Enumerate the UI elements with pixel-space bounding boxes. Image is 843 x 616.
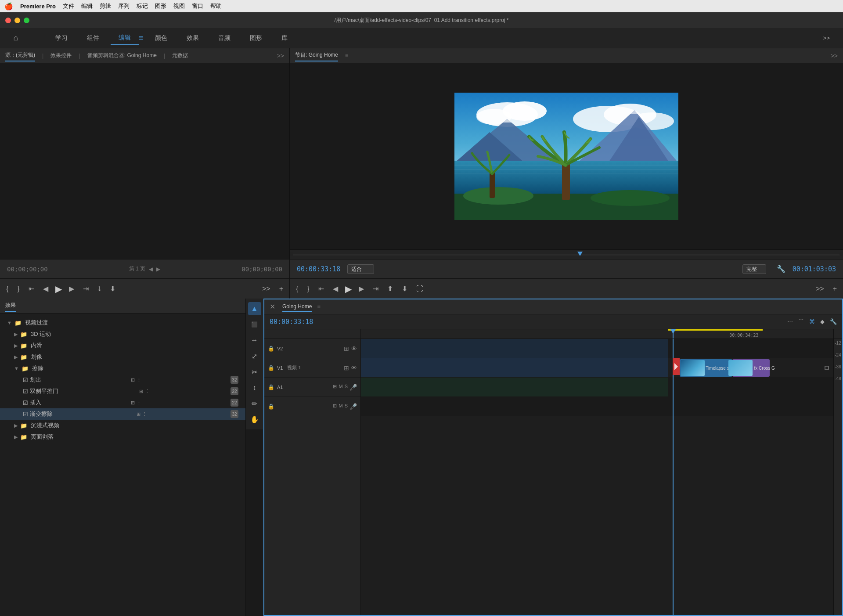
rate-stretch-tool[interactable]: ⤢ bbox=[248, 349, 261, 363]
prog-extract[interactable]: ⬇ bbox=[400, 283, 409, 295]
tree-item-wipe[interactable]: ▼ 📁 擦除 bbox=[0, 363, 245, 374]
slip-tool[interactable]: ↕ bbox=[248, 381, 261, 394]
menu-edit[interactable]: 编辑 bbox=[81, 2, 93, 10]
tree-item-iris[interactable]: ▶ 📁 划像 bbox=[0, 351, 245, 363]
tree-item-wipe-out[interactable]: ☑ 划出 ⊞ ⋮ 32 bbox=[0, 374, 245, 385]
nav-effects[interactable]: 效果 bbox=[179, 32, 207, 45]
a2-mic-icon[interactable]: 🎤 bbox=[349, 403, 357, 410]
prog-add[interactable]: + bbox=[831, 283, 839, 295]
fit-select[interactable]: 适合 25% 50% 100% bbox=[347, 264, 374, 274]
panel-more-icon[interactable]: >> bbox=[277, 52, 284, 59]
source-mark-in[interactable]: { bbox=[4, 283, 10, 295]
menu-file[interactable]: 文件 bbox=[63, 2, 74, 10]
menu-window[interactable]: 窗口 bbox=[192, 2, 203, 10]
nav-graphics[interactable]: 图形 bbox=[242, 32, 270, 45]
effect-checkbox[interactable]: ☑ bbox=[23, 411, 30, 418]
prog-fullscreen[interactable]: ⛶ bbox=[414, 283, 425, 295]
menu-marker[interactable]: 标记 bbox=[137, 2, 148, 10]
menu-sequence[interactable]: 序列 bbox=[118, 2, 130, 10]
source-step-fwd[interactable]: ▶ bbox=[67, 283, 76, 295]
timeline-close-button[interactable]: ✕ bbox=[270, 303, 275, 311]
tab-going-home[interactable]: Going Home bbox=[282, 302, 312, 312]
menu-graphics[interactable]: 图形 bbox=[155, 2, 166, 10]
tree-item-video-transitions[interactable]: ▼ 📁 视频过渡 bbox=[0, 317, 245, 328]
program-panel-more[interactable]: >> bbox=[831, 52, 838, 59]
effect-checkbox[interactable]: ☑ bbox=[23, 400, 30, 406]
source-play-button[interactable]: ▶ bbox=[55, 284, 62, 294]
tab-source[interactable]: 源：(无剪辑) bbox=[5, 50, 35, 61]
a1-s-icon[interactable]: S bbox=[345, 384, 348, 391]
tree-item-push-door[interactable]: ☑ 双侧平推门 ⊞ ⋮ 22 bbox=[0, 385, 245, 397]
tab-audio-mixer[interactable]: 音频剪辑混合器: Going Home bbox=[87, 50, 157, 61]
clip-cross-dissolve[interactable]: fx Cross G bbox=[732, 359, 770, 377]
tab-effect-controls[interactable]: 效果控件 bbox=[50, 50, 72, 61]
menu-help[interactable]: 帮助 bbox=[210, 2, 222, 10]
nav-learn[interactable]: 学习 bbox=[47, 32, 76, 45]
source-insert[interactable]: ⤵ bbox=[96, 283, 103, 295]
pen-tool[interactable]: ✏ bbox=[248, 397, 261, 410]
source-mark-out[interactable]: } bbox=[15, 283, 21, 295]
source-goto-in[interactable]: ⇤ bbox=[27, 283, 36, 295]
tab-video-effects[interactable]: 效果 bbox=[5, 300, 16, 312]
timeline-magnet-icon[interactable]: ⌒ bbox=[798, 318, 804, 326]
hand-tool[interactable]: ✋ bbox=[248, 413, 261, 426]
timeline-snap-icon[interactable]: ⋯ bbox=[787, 318, 793, 325]
source-overwrite[interactable]: ⬇ bbox=[108, 283, 117, 295]
home-button[interactable]: ⌂ bbox=[9, 31, 23, 45]
a1-m-icon[interactable]: M bbox=[339, 384, 342, 391]
wrench-icon[interactable]: 🔧 bbox=[777, 265, 785, 273]
tree-item-slide[interactable]: ▶ 📁 内滑 bbox=[0, 340, 245, 351]
prog-lift[interactable]: ⬆ bbox=[385, 283, 395, 295]
a2-toggle-icon[interactable]: ⊞ bbox=[333, 403, 337, 410]
v2-lock-icon[interactable]: 🔒 bbox=[268, 346, 274, 352]
tree-item-page-peel[interactable]: ▶ 📁 页面剥落 bbox=[0, 431, 245, 443]
prog-step-fwd[interactable]: ▶ bbox=[357, 283, 366, 295]
v2-visibility-icon[interactable]: 👁 bbox=[351, 345, 357, 352]
tab-program[interactable]: 节目: Going Home bbox=[295, 50, 338, 61]
prog-goto-out[interactable]: ⇥ bbox=[371, 283, 380, 295]
nav-color[interactable]: 颜色 bbox=[147, 32, 175, 45]
timeline-settings-icon[interactable]: 🔧 bbox=[830, 318, 837, 325]
tree-item-gradient-wipe[interactable]: ☑ 渐变擦除 ⊞ ⋮ 32 bbox=[0, 408, 245, 420]
source-more[interactable]: >> bbox=[260, 283, 272, 295]
a1-toggle-icon[interactable]: ⊞ bbox=[333, 384, 337, 391]
close-button[interactable] bbox=[5, 18, 11, 23]
a1-lock-icon[interactable]: 🔒 bbox=[268, 384, 274, 390]
page-prev-icon[interactable]: ◀ bbox=[149, 266, 153, 272]
clip-timelapse-sea[interactable]: Timelapse sea. bbox=[680, 359, 732, 377]
timeline-marker-icon[interactable]: ◆ bbox=[820, 318, 825, 325]
nav-library[interactable]: 库 bbox=[274, 32, 295, 45]
quality-select[interactable]: 完整 1/2 1/4 bbox=[742, 264, 766, 274]
nav-audio[interactable]: 音频 bbox=[210, 32, 238, 45]
tree-item-3d[interactable]: ▶ 📁 3D 运动 bbox=[0, 328, 245, 340]
v2-toggle-icon[interactable]: ⊞ bbox=[344, 345, 349, 352]
nav-edit[interactable]: 编辑 bbox=[111, 31, 139, 45]
prog-goto-in[interactable]: ⇤ bbox=[317, 283, 326, 295]
ripple-edit-tool[interactable]: ↔ bbox=[248, 334, 261, 347]
prog-play-button[interactable]: ▶ bbox=[345, 284, 352, 294]
menu-clip[interactable]: 剪辑 bbox=[100, 2, 111, 10]
prog-mark-out[interactable]: } bbox=[305, 283, 311, 295]
track-select-tool[interactable]: ⬛ bbox=[248, 318, 261, 331]
tree-item-immersive[interactable]: ▶ 📁 沉浸式视频 bbox=[0, 420, 245, 431]
a1-mic-icon[interactable]: 🎤 bbox=[349, 384, 357, 391]
a2-m-icon[interactable]: M bbox=[339, 403, 342, 410]
fullscreen-button[interactable] bbox=[24, 18, 29, 23]
tree-item-insert[interactable]: ☑ 插入 ⊞ ⋮ 22 bbox=[0, 397, 245, 408]
prog-mark-in[interactable]: { bbox=[294, 283, 300, 295]
menu-view[interactable]: 视图 bbox=[173, 2, 185, 10]
selection-tool[interactable]: ▲ bbox=[248, 302, 261, 315]
tab-metadata[interactable]: 元数据 bbox=[172, 50, 188, 61]
program-scrubber[interactable] bbox=[290, 249, 843, 259]
effect-checkbox[interactable]: ☑ bbox=[23, 377, 30, 383]
source-goto-out[interactable]: ⇥ bbox=[81, 283, 90, 295]
prog-step-back[interactable]: ◀ bbox=[331, 283, 340, 295]
v1-visibility-icon[interactable]: 👁 bbox=[351, 364, 357, 371]
razor-tool[interactable]: ✂ bbox=[248, 365, 261, 378]
v1-lock-icon[interactable]: 🔒 bbox=[268, 365, 274, 371]
a2-lock-icon[interactable]: 🔒 bbox=[268, 403, 274, 410]
nav-assembly[interactable]: 组件 bbox=[79, 32, 107, 45]
page-next-icon[interactable]: ▶ bbox=[156, 266, 160, 272]
timeline-link-icon[interactable]: ⌘ bbox=[809, 318, 815, 325]
nav-more-button[interactable]: >> bbox=[819, 32, 834, 44]
